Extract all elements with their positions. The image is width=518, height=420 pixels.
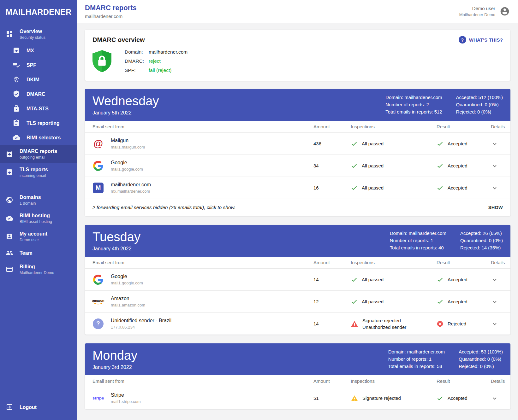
chevron-down-icon[interactable] — [491, 320, 498, 328]
sidebar-item-bimi-hosting[interactable]: BIMI hosting BIMI asset hosting — [0, 209, 77, 227]
whats-this-link[interactable]: ? WHAT'S THIS? — [459, 36, 503, 44]
stat-line: Domain: mailhardener.com — [385, 94, 442, 101]
chevron-down-icon[interactable] — [491, 162, 498, 170]
sidebar-item-logout[interactable]: Logout — [0, 400, 77, 414]
service-host: mail1.google.com — [111, 281, 143, 285]
service-name: Mailgun — [111, 138, 145, 143]
col-amount: Amount — [313, 260, 351, 265]
amount-value: 436 — [313, 141, 351, 146]
dashboard-icon — [6, 30, 13, 38]
sidebar-item-mx[interactable]: MX — [0, 43, 77, 58]
sidebar-item-label: BIMI hosting — [20, 213, 52, 219]
table-row: stripe Stripe mail1.stripe.com 51 Signat… — [85, 387, 510, 409]
sidebar-item-overview[interactable]: Overview Security status — [0, 25, 77, 43]
shield-check-icon — [13, 90, 20, 98]
stat-line: Quarantined: 0 (0%) — [460, 237, 503, 244]
unknown-sender-icon: ? — [93, 318, 104, 329]
sidebar-item-mta-sts[interactable]: MTA-STS — [0, 101, 77, 116]
chevron-down-icon[interactable] — [491, 276, 498, 283]
sidebar-item-tls-reports[interactable]: TLS reports incoming email — [0, 163, 77, 181]
user-org: Mailhardener Demo — [459, 12, 495, 17]
day-stats-right: Accepted: 512 (100%) Quarantined: 0 (0%)… — [456, 94, 503, 115]
user-block: Demo user Mailhardener Demo — [459, 6, 510, 17]
table-row: amazon Amazon mail1.amazon.com 12 All pa… — [85, 290, 510, 312]
globe-icon — [6, 196, 13, 204]
day-header: Wednesday January 5th 2022 Domain: mailh… — [85, 89, 510, 121]
sidebar-item-label: Billing — [20, 264, 54, 270]
sidebar-item-label: Overview — [20, 28, 45, 34]
sidebar: MAILHARDENER Overview Security status MX… — [0, 0, 77, 420]
warning-icon — [351, 394, 358, 402]
check-icon — [437, 162, 444, 169]
hidden-services-row[interactable]: 2 forwarding email services hidden (26 e… — [85, 199, 510, 216]
top-bar: DMARC reports mailhardener.com Demo user… — [77, 0, 518, 23]
checklist-icon — [13, 61, 20, 69]
col-inspections: Inspections — [351, 260, 437, 265]
main-area: DMARC reports mailhardener.com Demo user… — [77, 0, 518, 420]
stat-line: Quarantined: 0 (0%) — [459, 355, 503, 363]
show-button[interactable]: SHOW — [488, 205, 503, 210]
stat-line: Number of reports: 1 — [390, 237, 446, 244]
sidebar-item-dkim[interactable]: DKIM — [0, 72, 77, 87]
sidebar-item-dmarc-reports[interactable]: DMARC reports outgoing email — [0, 145, 77, 163]
cloud-check-icon — [6, 214, 13, 222]
sidebar-item-team[interactable]: Team — [0, 246, 77, 260]
service-host: 177.0.86.234 — [111, 325, 171, 330]
amount-value: 14 — [313, 277, 351, 282]
stat-line: Total emails in reports: 512 — [385, 108, 442, 115]
day-card-monday: Monday January 3rd 2022 Domain: mailhard… — [85, 343, 510, 409]
mailgun-icon: @ — [92, 138, 104, 149]
service-name: Stripe — [111, 392, 141, 398]
lock-icon — [13, 105, 20, 112]
stat-line: Number of reports: 2 — [385, 101, 442, 108]
sidebar-item-my-account[interactable]: My account Demo user — [0, 227, 77, 246]
inspection-text: Signature rejected — [362, 395, 401, 401]
chevron-down-icon[interactable] — [491, 184, 498, 192]
table-header: Email sent from Amount Inspections Resul… — [85, 375, 510, 387]
stat-line: Number of reports: 1 — [388, 355, 445, 363]
inspection-text: All passed — [362, 162, 384, 169]
stat-line: Domain: mailhardener.com — [388, 348, 445, 355]
check-icon — [351, 184, 358, 191]
overview-field-domain: Domain: mailhardener.com — [125, 49, 188, 55]
day-date: January 3rd 2022 — [92, 365, 137, 370]
service-name: Amazon — [111, 296, 145, 301]
chevron-down-icon[interactable] — [491, 140, 498, 148]
rejected-icon — [437, 320, 444, 327]
sidebar-item-label: Domains — [20, 194, 41, 200]
col-inspections: Inspections — [351, 378, 437, 384]
whats-this-label: WHAT'S THIS? — [469, 37, 503, 43]
sidebar-item-bimi-selectors[interactable]: BIMI selectors — [0, 130, 77, 145]
result-text: Accepted — [448, 163, 467, 168]
day-date: January 5th 2022 — [92, 110, 159, 116]
stat-line: Rejected: 14 (35%) — [460, 244, 503, 251]
user-text: Demo user Mailhardener Demo — [459, 6, 495, 17]
amount-value: 51 — [313, 395, 351, 401]
col-result: Result — [437, 260, 491, 265]
day-header: Tuesday January 4th 2022 Domain: mailhar… — [85, 225, 510, 257]
sidebar-item-sublabel: outgoing email — [20, 155, 57, 160]
fingerprint-icon — [13, 76, 20, 83]
service-host: mail1.mailgun.com — [111, 145, 145, 149]
result-text: Accepted — [448, 277, 467, 282]
chevron-down-icon[interactable] — [491, 298, 498, 306]
google-icon — [92, 160, 104, 172]
sidebar-item-domains[interactable]: Domains 1 domain — [0, 191, 77, 209]
sidebar-item-billing[interactable]: Billing Mailhardener Demo — [0, 260, 77, 278]
check-icon — [351, 276, 358, 283]
field-label: DMARC: — [125, 58, 149, 64]
sidebar-item-spf[interactable]: SPF — [0, 58, 77, 72]
sidebar-item-label: MTA-STS — [27, 106, 49, 112]
day-stats-left: Domain: mailhardener.com Number of repor… — [390, 230, 446, 251]
page-title-block: DMARC reports mailhardener.com — [85, 4, 137, 19]
sidebar-item-dmarc[interactable]: DMARC — [0, 87, 77, 101]
cloud-check-icon — [13, 134, 20, 141]
clipboard-icon — [13, 119, 20, 127]
day-stats: Domain: mailhardener.com Number of repor… — [385, 94, 503, 115]
field-label: Domain: — [125, 49, 149, 55]
stat-line: Accepted: 26 (65%) — [460, 230, 503, 237]
logout-icon — [6, 403, 13, 411]
user-avatar-icon[interactable] — [500, 6, 510, 16]
chevron-down-icon[interactable] — [491, 394, 498, 402]
sidebar-item-tls-reporting[interactable]: TLS reporting — [0, 116, 77, 130]
